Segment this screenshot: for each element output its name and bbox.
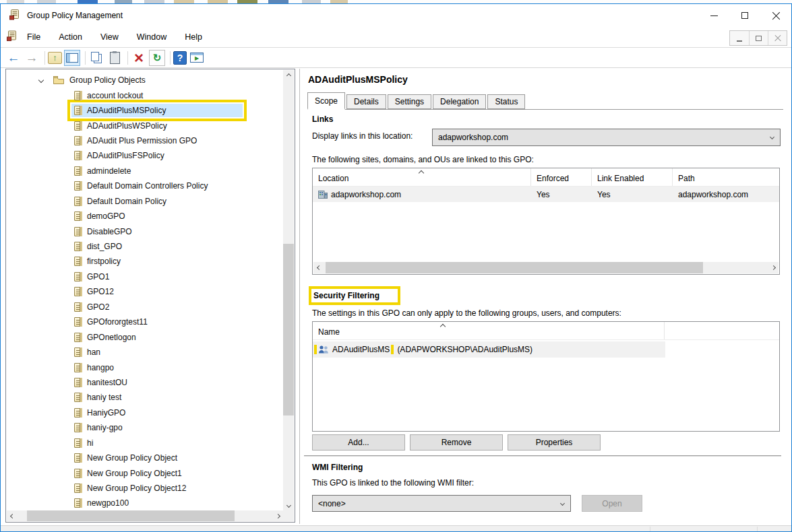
toolbar-show-window[interactable] xyxy=(189,50,205,66)
tree-item-gponetlogon[interactable]: GPOnetlogon xyxy=(7,329,283,344)
close-button[interactable] xyxy=(760,4,791,27)
column-header-link-enabled[interactable]: Link Enabled xyxy=(592,168,673,186)
scroll-right-button[interactable] xyxy=(272,510,283,521)
tree-item-adauditpluswspolicy[interactable]: ADAuditPlusWSPolicy xyxy=(7,118,283,133)
tree-item-haniy-test[interactable]: haniy test xyxy=(7,390,283,405)
add-button[interactable]: Add... xyxy=(312,434,405,451)
tree-item-label: HaniyGPO xyxy=(87,408,125,418)
scroll-left-button[interactable] xyxy=(313,262,324,273)
tree-item-label: firstpolicy xyxy=(87,257,121,266)
scroll-right-button[interactable] xyxy=(768,262,779,273)
mdi-close-button[interactable] xyxy=(768,31,787,45)
tree-item-label: hangpo xyxy=(87,363,114,372)
security-table-row[interactable]: ADAuditPlusMS (ADAPWORKSHOP\ADAuditPlusM… xyxy=(313,341,665,358)
tree-item-hi[interactable]: hi xyxy=(7,436,283,451)
tree-item-newgpo100[interactable]: newgpo100 xyxy=(7,496,283,510)
tree-item-haniygpo[interactable]: HaniyGPO xyxy=(7,405,283,420)
links-table-row[interactable]: adapworkshop.com Yes Yes adapworkshop.co… xyxy=(313,187,779,202)
tree-item-admindelete[interactable]: admindelete xyxy=(7,164,283,178)
location-dropdown-value: adapworkshop.com xyxy=(438,133,508,142)
tab-scope[interactable]: Scope xyxy=(307,92,345,110)
menu-help[interactable]: Help xyxy=(183,30,204,44)
mdi-restore-button[interactable] xyxy=(749,31,768,45)
tree-item-han[interactable]: han xyxy=(7,345,283,360)
tree-item-account-lockout[interactable]: account lockout xyxy=(7,88,283,102)
links-section-heading: Links xyxy=(312,114,333,124)
minimize-button[interactable] xyxy=(698,4,729,27)
tree-item-gpo1[interactable]: GPO1 xyxy=(7,269,283,284)
tree-vertical-scrollbar[interactable] xyxy=(283,70,294,510)
location-dropdown[interactable]: adapworkshop.com xyxy=(432,129,781,146)
tab-bar: Scope Details Settings Delegation Status xyxy=(307,91,783,110)
chevron-right-icon xyxy=(275,513,280,518)
gpo-icon xyxy=(74,317,82,327)
tree-item-haniy-gpo[interactable]: haniy-gpo xyxy=(7,420,283,435)
toolbar-export[interactable] xyxy=(48,52,62,64)
tree-item-label: Default Domain Controllers Policy xyxy=(87,181,208,191)
toolbar-paste[interactable] xyxy=(106,50,123,66)
scrollbar-thumb[interactable] xyxy=(27,510,235,521)
tab-delegation[interactable]: Delegation xyxy=(433,94,486,109)
toolbar-refresh[interactable] xyxy=(149,50,165,66)
wmi-filter-dropdown[interactable]: <none> xyxy=(312,495,571,512)
links-table-horizontal-scrollbar[interactable] xyxy=(313,262,779,273)
tree-item-gpofororgtest11[interactable]: GPOfororgtest11 xyxy=(7,314,283,329)
tree-item-adaudit-plus-permission-gpo[interactable]: ADAudit Plus Permission GPO xyxy=(7,133,283,148)
gpo-icon xyxy=(74,378,82,387)
menu-window[interactable]: Window xyxy=(135,30,168,44)
chevron-down-icon[interactable] xyxy=(38,77,44,83)
display-links-label: Display links in this location: xyxy=(312,131,413,141)
toolbar-delete[interactable] xyxy=(131,50,147,66)
tab-settings[interactable]: Settings xyxy=(388,94,431,109)
tree-item-label: GPO2 xyxy=(87,302,109,312)
tree-horizontal-scrollbar[interactable] xyxy=(7,510,283,521)
sort-ascending-icon xyxy=(440,324,446,329)
menu-view[interactable]: View xyxy=(99,30,120,44)
tree-item-default-domain-controllers-policy[interactable]: Default Domain Controllers Policy xyxy=(7,178,283,193)
menu-file[interactable]: File xyxy=(26,30,42,44)
tree-item-label: ADAudit Plus Permission GPO xyxy=(87,136,197,145)
mdi-minimize-button[interactable] xyxy=(730,31,749,45)
chevron-left-icon xyxy=(9,513,14,518)
gpo-icon xyxy=(74,287,82,296)
tree-item-new-group-policy-object[interactable]: New Group Policy Object xyxy=(7,451,283,465)
tab-status[interactable]: Status xyxy=(487,94,525,109)
tree-item-demogpo[interactable]: demoGPO xyxy=(7,209,283,224)
tab-details[interactable]: Details xyxy=(346,94,386,109)
column-header-name[interactable]: Name xyxy=(313,322,665,339)
tree-item-hanitestou[interactable]: hanitestOU xyxy=(7,375,283,390)
remove-button[interactable]: Remove xyxy=(410,434,503,451)
menu-action[interactable]: Action xyxy=(57,30,84,44)
column-header-empty[interactable] xyxy=(665,322,779,339)
toolbar-help[interactable] xyxy=(173,51,187,65)
tree-item-firstpolicy[interactable]: firstpolicy xyxy=(7,254,283,269)
scrollbar-thumb[interactable] xyxy=(326,262,703,273)
scroll-down-button[interactable] xyxy=(283,500,294,510)
tree-item-group-policy-objects[interactable]: Group Policy Objects xyxy=(7,73,283,88)
scrollbar-thumb[interactable] xyxy=(283,244,294,415)
scroll-up-button[interactable] xyxy=(283,70,294,81)
chevron-down-icon xyxy=(286,502,291,507)
link-location: adapworkshop.com xyxy=(331,190,401,199)
toolbar-forward[interactable] xyxy=(24,50,40,66)
toolbar-console-tree[interactable] xyxy=(64,50,80,66)
toolbar-back[interactable] xyxy=(5,50,22,66)
column-header-enforced[interactable]: Enforced xyxy=(531,168,592,186)
maximize-button[interactable] xyxy=(729,4,760,27)
tree-item-new-group-policy-object12[interactable]: New Group Policy Object12 xyxy=(7,481,283,496)
tab-label: Settings xyxy=(395,97,424,106)
tree-item-gpo2[interactable]: GPO2 xyxy=(7,300,283,314)
tree-item-dist-gpo[interactable]: dist_GPO xyxy=(7,239,283,254)
column-header-path[interactable]: Path xyxy=(673,168,779,186)
scroll-left-button[interactable] xyxy=(7,510,18,521)
toolbar-copy[interactable] xyxy=(88,50,104,66)
tree-item-adauditplusfspolicy[interactable]: ADAuditPlusFSPolicy xyxy=(7,148,283,163)
tree-item-disablegpo[interactable]: DisableGPO xyxy=(7,224,283,238)
column-header-location[interactable]: Location xyxy=(313,168,531,186)
tree-item-adauditplusmspolicy[interactable]: ADAuditPlusMSPolicy xyxy=(7,103,283,118)
tree-item-hangpo[interactable]: hangpo xyxy=(7,360,283,374)
tree-item-new-group-policy-object1[interactable]: New Group Policy Object1 xyxy=(7,465,283,480)
properties-button[interactable]: Properties xyxy=(508,434,601,451)
tree-item-gpo12[interactable]: GPO12 xyxy=(7,284,283,299)
tree-item-default-domain-policy[interactable]: Default Domain Policy xyxy=(7,194,283,209)
